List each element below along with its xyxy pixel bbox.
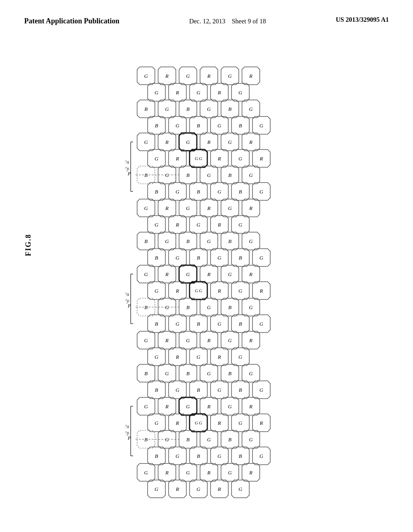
header-sheet: Sheet 9 of 18 bbox=[232, 18, 266, 25]
header-date-sheet: Dec. 12, 2013 Sheet 9 of 18 bbox=[189, 16, 266, 27]
svg-text:R: R bbox=[249, 403, 252, 409]
svg-text:1x: 1x bbox=[126, 159, 129, 165]
svg-text:R: R bbox=[207, 403, 211, 409]
svg-text:R: R bbox=[165, 271, 169, 277]
svg-text:B: B bbox=[228, 436, 232, 443]
svg-text:B: B bbox=[239, 453, 242, 459]
svg-text:G: G bbox=[217, 123, 221, 129]
svg-text:G: G bbox=[238, 288, 242, 294]
svg-text:R: R bbox=[249, 139, 252, 145]
svg-text:R: R bbox=[175, 89, 179, 96]
svg-text:R: R bbox=[175, 420, 179, 426]
svg-text:G: G bbox=[238, 486, 242, 492]
svg-text:B: B bbox=[155, 123, 158, 129]
svg-text:R: R bbox=[207, 73, 211, 79]
svg-text:G: G bbox=[144, 73, 148, 79]
svg-text:B: B bbox=[186, 436, 190, 443]
svg-text:R: R bbox=[207, 205, 211, 211]
svg-text:G: G bbox=[207, 370, 211, 376]
svg-text:B: B bbox=[197, 123, 200, 129]
svg-text:G: G bbox=[154, 89, 159, 96]
svg-text:G: G bbox=[175, 123, 179, 129]
svg-text:1y: 1y bbox=[126, 166, 129, 171]
svg-text:B: B bbox=[186, 238, 190, 244]
svg-text:G: G bbox=[154, 486, 159, 492]
svg-text:G: G bbox=[238, 354, 242, 360]
svg-text:G: G bbox=[165, 370, 169, 376]
svg-text:G: G bbox=[207, 172, 211, 178]
svg-text:1x: 1x bbox=[126, 291, 129, 297]
svg-text:G: G bbox=[175, 255, 179, 261]
svg-text:G: G bbox=[207, 106, 211, 112]
page-header: Patent Application Publication Dec. 12, … bbox=[0, 16, 413, 27]
svg-text:G: G bbox=[228, 73, 232, 79]
svg-text:1y: 1y bbox=[126, 298, 129, 303]
svg-text:B: B bbox=[186, 370, 190, 376]
svg-text:R: R bbox=[217, 89, 221, 96]
svg-text:R: R bbox=[217, 222, 221, 228]
svg-text:B: B bbox=[239, 321, 242, 327]
svg-text:P: P bbox=[127, 303, 131, 309]
svg-text:R: R bbox=[175, 222, 179, 228]
svg-text:G: G bbox=[195, 288, 198, 293]
svg-text:G: G bbox=[259, 453, 263, 459]
svg-text:G: G bbox=[259, 387, 263, 393]
svg-text:R: R bbox=[217, 354, 221, 360]
svg-text:B: B bbox=[239, 189, 242, 195]
svg-text:G: G bbox=[259, 255, 263, 261]
svg-text:G: G bbox=[259, 123, 263, 129]
svg-text:G: G bbox=[238, 420, 242, 426]
svg-text:R: R bbox=[165, 205, 169, 211]
svg-text:R: R bbox=[259, 288, 263, 294]
svg-text:G: G bbox=[249, 172, 253, 178]
svg-text:G: G bbox=[165, 106, 169, 112]
svg-text:G: G bbox=[207, 304, 211, 310]
header-title: Patent Application Publication bbox=[24, 16, 119, 26]
svg-text:G: G bbox=[144, 139, 148, 145]
svg-text:G: G bbox=[144, 403, 148, 409]
main-diagram-svg: .oct { fill: none; stroke: #555; stroke-… bbox=[126, 64, 352, 508]
svg-text:B: B bbox=[144, 370, 148, 376]
svg-text:G: G bbox=[144, 470, 148, 476]
svg-text:R: R bbox=[207, 139, 211, 145]
svg-text:G: G bbox=[175, 189, 179, 195]
svg-text:B: B bbox=[197, 255, 200, 261]
hex-grid: .oct { fill: none; stroke: #555; stroke-… bbox=[126, 64, 352, 509]
figure-label: FIG.8 bbox=[24, 234, 33, 256]
svg-text:B: B bbox=[239, 387, 242, 393]
svg-text:B: B bbox=[186, 304, 190, 310]
svg-text:G: G bbox=[228, 271, 232, 277]
svg-text:G: G bbox=[196, 89, 200, 96]
svg-text:G: G bbox=[249, 436, 253, 443]
svg-text:R: R bbox=[175, 288, 179, 294]
svg-text:G: G bbox=[207, 238, 211, 244]
svg-text:G: G bbox=[195, 420, 198, 425]
svg-text:G: G bbox=[144, 205, 148, 211]
svg-text:G: G bbox=[175, 321, 179, 327]
svg-marker-252 bbox=[190, 414, 207, 432]
svg-text:G: G bbox=[217, 453, 221, 459]
header-patent-number: US 2013/329095 A1 bbox=[336, 16, 389, 23]
svg-text:G: G bbox=[199, 156, 202, 161]
svg-text:R: R bbox=[165, 337, 169, 343]
svg-text:R: R bbox=[207, 470, 211, 476]
svg-text:G: G bbox=[196, 486, 200, 492]
svg-text:R: R bbox=[249, 73, 252, 79]
header-date: Dec. 12, 2013 bbox=[189, 18, 225, 25]
svg-text:G: G bbox=[228, 205, 232, 211]
svg-text:R: R bbox=[259, 420, 263, 426]
svg-text:R: R bbox=[249, 271, 252, 277]
svg-text:R: R bbox=[207, 337, 211, 343]
svg-text:R: R bbox=[165, 139, 169, 145]
svg-text:G: G bbox=[186, 205, 190, 211]
svg-text:B: B bbox=[197, 321, 200, 327]
svg-text:G: G bbox=[217, 387, 221, 393]
svg-text:B: B bbox=[228, 172, 232, 178]
svg-text:1x: 1x bbox=[126, 424, 129, 429]
svg-text:B: B bbox=[228, 238, 232, 244]
svg-text:R: R bbox=[175, 354, 179, 360]
svg-text:G: G bbox=[199, 420, 202, 425]
svg-text:G: G bbox=[228, 139, 232, 145]
svg-text:G: G bbox=[186, 139, 190, 145]
svg-text:B: B bbox=[155, 321, 158, 327]
